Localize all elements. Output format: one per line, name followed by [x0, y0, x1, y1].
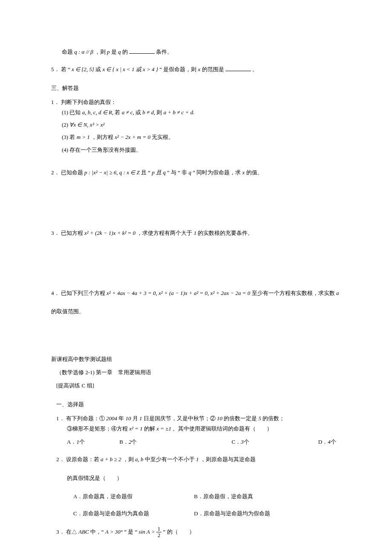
math: p 且 q: [152, 169, 166, 176]
numerator: 1: [156, 526, 162, 532]
num: 1: [196, 456, 199, 462]
text: 有下列命题：①: [66, 415, 105, 422]
fill-question-5: 5． 若 “ x ∈ [2, 5] 或 x ∈ { x | x < 1 或 x …: [51, 64, 341, 74]
options-row-1: A．原命题真，逆命题假 B．原命题假，逆命题真: [73, 491, 341, 501]
text: 若: [69, 134, 76, 140]
math: b ≠ d,: [142, 109, 155, 116]
options-row: A．1 个 B．2 个 C．3 个 D．4 个: [67, 437, 341, 447]
option-d[interactable]: D．原命题与逆命题均为假命题: [194, 508, 270, 518]
math: x = ±1: [156, 425, 171, 432]
choice-question-2: 2． 设原命题：若 a + b ≥ 2 ，则 a, b 中至少有一个不小于 1 …: [56, 454, 341, 518]
text: 已知下列三个方程: [61, 290, 107, 296]
math-set: x ∈ { x | x < 1 或 x > 4 }: [102, 66, 158, 72]
math: a + b ≠ c + d.: [164, 109, 195, 116]
text: 的实数根的充要条件。: [198, 230, 253, 236]
num: 2004: [106, 415, 117, 422]
math: x² + 4ax − 4a + 3 = 0, x² + (a − 1)x + a…: [107, 290, 250, 296]
text: ” 与 “ 非: [167, 169, 189, 176]
text: 至少有一个方程有实数根，求实数: [252, 290, 336, 296]
sub-item-4: (4) 存在一个三角形没有外接圆。: [62, 145, 341, 155]
text: 是: [111, 49, 117, 55]
question-number: 2．: [51, 169, 60, 176]
text: 的倍数；: [262, 415, 285, 422]
text: 。其中使用逻辑联结词的命题有（ ）: [173, 425, 272, 432]
question-number: 1．: [51, 99, 60, 105]
text: 条件。: [156, 49, 173, 55]
label-text: 命题: [62, 49, 73, 55]
question-number: 1．: [56, 415, 65, 422]
text: 存在一个三角形没有外接圆。: [69, 147, 141, 153]
option-c[interactable]: C．原命题与逆命题均为真命题: [73, 508, 193, 518]
num: 5: [259, 415, 262, 422]
num: 10: [126, 415, 131, 422]
math: x² − 2x + m = 0: [115, 134, 150, 140]
math-x: x: [198, 66, 201, 72]
math: p : |x² − x| ≥ 6, q : x ∈ Z: [84, 169, 140, 176]
math-q: q: [118, 49, 121, 55]
text: ，则: [95, 49, 107, 55]
text: 已知方程: [61, 230, 84, 236]
text: 或: [135, 109, 141, 116]
text: 或: [95, 66, 102, 72]
sub-item-1: (1) 已知 a, b, c, d ∈ R, 若 a ≠ c, 或 b ≠ d,…: [62, 107, 341, 117]
text: 日是国庆节，又是中秋节；②: [144, 415, 216, 422]
choice-question-3: 3． 在△ ABC 中，“ A > 30° ” 是 “ sin A > 1 2 …: [56, 526, 341, 543]
math: x² + (2k − 1)x + k² = 0: [84, 230, 135, 236]
math: x: [242, 169, 245, 176]
set-subtitle-1: （数学选修 2-1) 第一章 常用逻辑用语: [56, 367, 341, 377]
denominator: 2: [156, 532, 162, 538]
text: 中至少有一个不小于: [145, 456, 195, 462]
text: 年: [118, 415, 124, 422]
answer-blank[interactable]: [129, 48, 155, 54]
question-number: 5．: [51, 66, 60, 72]
option-a[interactable]: A．原命题真，逆命题假: [73, 491, 193, 501]
long-question-3: 3． 已知方程 x² + (2k − 1)x + k² = 0 ，求使方程有两个…: [51, 228, 341, 238]
num: 1: [139, 415, 142, 422]
question-line2: 的取值范围。: [51, 306, 341, 316]
math-sin: sin A >: [139, 529, 156, 535]
option-d[interactable]: D．4 个: [318, 437, 336, 447]
math: a, b, c, d ∈ R,: [82, 109, 113, 116]
text: ” 是 “: [124, 529, 138, 535]
math: x² = 1: [129, 425, 142, 432]
page-content: 命题 q : α // β ，则 p 是 q 的 条件。 5． 若 “ x ∈ …: [0, 0, 392, 543]
math-abc: ABC: [78, 529, 89, 535]
math: m > 1: [77, 134, 90, 140]
option-b[interactable]: B．2 个: [119, 437, 230, 447]
text: ，求使方程有两个大于: [137, 230, 192, 236]
long-question-2: 2． 已知命题 p : |x² − x| ≥ 6, q : x ∈ Z 且 “ …: [51, 168, 341, 177]
math-expr: q : α // β: [74, 49, 93, 55]
math: a + b ≥ 2: [101, 456, 121, 462]
text: ，则方程: [91, 134, 115, 140]
set-title: 新课程高中数学测试题组: [51, 354, 341, 364]
question-number: 2．: [56, 456, 65, 462]
fraction-half: 1 2: [156, 526, 162, 539]
math-interval: x ∈ [2, 5]: [72, 66, 94, 72]
question-title: 判断下列命题的真假：: [61, 99, 116, 105]
sub-item-2: (2) ∀x ∈ N, x³ > x²: [62, 120, 341, 130]
option-a[interactable]: A．1 个: [67, 437, 118, 447]
choice-question-1: 1． 有下列命题：① 2004 年 10 月 1 日是国庆节，又是中秋节；② 1…: [56, 413, 341, 447]
work-space: [51, 324, 341, 354]
text: 已知: [69, 109, 81, 116]
text: 的: [122, 49, 128, 55]
question-line2: ③梯形不是矩形；④方程 x² = 1 的解 x = ±1 。其中使用逻辑联结词的…: [67, 424, 341, 433]
option-c[interactable]: C．3 个: [232, 437, 317, 447]
option-b[interactable]: B．原命题假，逆命题真: [194, 491, 253, 501]
text: 若 “: [61, 66, 72, 72]
text: 无实根。: [152, 134, 174, 140]
text: 在△: [66, 529, 77, 535]
work-space: [51, 246, 341, 284]
text: 月: [133, 415, 138, 422]
sub-label: (2): [62, 121, 68, 128]
sub-item-3: (3) 若 m > 1 ，则方程 x² − 2x + m = 0 无实根。: [62, 132, 341, 142]
text: 已知命题: [61, 169, 84, 176]
question-number: 3．: [51, 230, 60, 236]
answer-blank[interactable]: [225, 65, 251, 71]
text: ” 同时为假命题，求: [193, 169, 242, 176]
text: ” 是假命题，则: [159, 66, 198, 72]
text: ” 的（ ）: [163, 529, 195, 535]
section-a-title: 一、选择题: [56, 399, 341, 409]
text: ③梯形不是矩形；④方程: [67, 425, 129, 432]
question-number: 4．: [51, 290, 60, 296]
